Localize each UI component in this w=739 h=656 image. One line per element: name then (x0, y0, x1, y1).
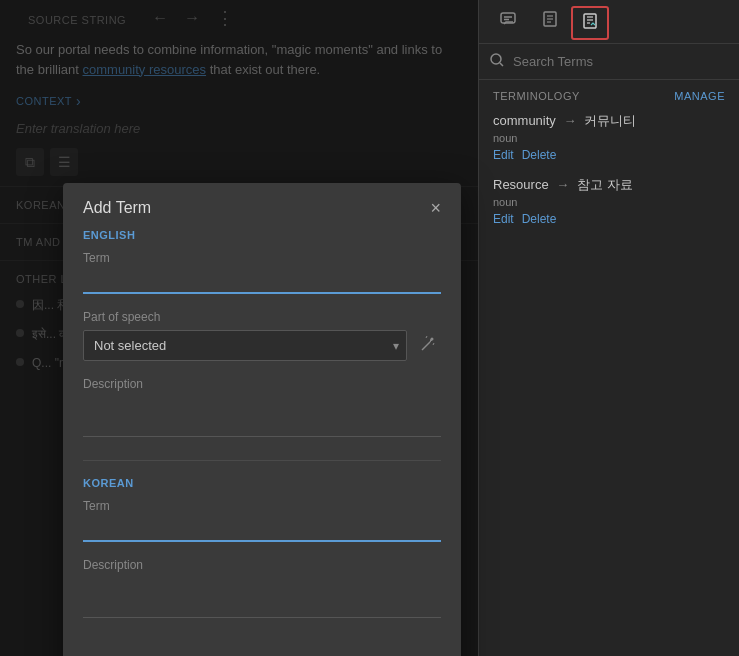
search-icon (489, 52, 505, 68)
modal-title: Add Term (83, 199, 151, 217)
korean-description-label: Description (83, 558, 441, 572)
search-terms-header (479, 44, 739, 80)
term-1-actions: Edit Delete (493, 148, 725, 162)
chat-icon (499, 10, 517, 28)
term-2-translation: Resource → 참고 자료 (493, 176, 725, 194)
pos-row: Not selected Noun Verb Adjective Adverb … (83, 330, 441, 361)
right-panel: TERMINOLOGY MANAGE community → 커뮤니티 noun… (478, 0, 739, 656)
modal-body: English Term Part of speech Not selected… (63, 229, 461, 649)
korean-description-textarea[interactable] (83, 578, 441, 618)
magic-wand-icon (419, 335, 437, 353)
manage-link[interactable]: MANAGE (674, 90, 725, 102)
pos-label: Part of speech (83, 310, 441, 324)
book-icon (541, 10, 559, 28)
terminology-header: TERMINOLOGY MANAGE (493, 90, 725, 102)
term-1-pos: noun (493, 132, 725, 144)
svg-point-11 (491, 54, 501, 64)
description-section: Description (83, 377, 441, 456)
tab-chat[interactable] (487, 0, 529, 44)
tab-book[interactable] (529, 0, 571, 44)
svg-line-15 (433, 343, 434, 345)
description-textarea[interactable] (83, 397, 441, 437)
description-label: Description (83, 377, 441, 391)
svg-line-12 (500, 63, 503, 66)
search-button[interactable] (489, 52, 505, 71)
modal-footer: ADD CANCEL (63, 649, 461, 656)
modal-divider (83, 460, 441, 461)
search-input[interactable] (513, 54, 729, 69)
svg-line-16 (426, 336, 427, 338)
term-item-1: community → 커뮤니티 noun Edit Delete (493, 112, 725, 162)
tab-terminology[interactable] (571, 6, 609, 40)
term-2-target: 참고 자료 (577, 177, 633, 192)
svg-point-14 (431, 337, 434, 340)
korean-section-label: Korean (83, 477, 441, 489)
term-2-edit[interactable]: Edit (493, 212, 514, 226)
term-2-delete[interactable]: Delete (522, 212, 557, 226)
magic-wand-button[interactable] (415, 331, 441, 361)
term-2-actions: Edit Delete (493, 212, 725, 226)
term-1-translation: community → 커뮤니티 (493, 112, 725, 130)
right-tabs (479, 0, 739, 44)
korean-term-label: Term (83, 499, 441, 513)
term-1-source: community (493, 113, 556, 128)
term-input[interactable] (83, 269, 441, 294)
term-field-label: Term (83, 251, 441, 265)
term-1-arrow: → (563, 113, 576, 128)
terminology-label: TERMINOLOGY (493, 90, 580, 102)
term-2-source: Resource (493, 177, 549, 192)
korean-term-field: Term (83, 499, 441, 558)
term-item-2: Resource → 참고 자료 noun Edit Delete (493, 176, 725, 226)
korean-term-input[interactable] (83, 517, 441, 542)
term-2-arrow: → (556, 177, 569, 192)
term-1-edit[interactable]: Edit (493, 148, 514, 162)
term-1-delete[interactable]: Delete (522, 148, 557, 162)
modal-header: Add Term × (63, 183, 461, 229)
english-section-label: English (83, 229, 441, 241)
add-term-modal: Add Term × English Term Part of speech N… (63, 183, 461, 656)
svg-rect-7 (584, 14, 596, 28)
term-1-target: 커뮤니티 (584, 113, 636, 128)
pos-select-wrapper: Not selected Noun Verb Adjective Adverb … (83, 330, 407, 361)
term-2-pos: noun (493, 196, 725, 208)
modal-close-button[interactable]: × (430, 199, 441, 217)
terminology-icon (581, 12, 599, 30)
part-of-speech-section: Part of speech Not selected Noun Verb Ad… (83, 310, 441, 361)
pos-select[interactable]: Not selected Noun Verb Adjective Adverb (83, 330, 407, 361)
svg-line-13 (422, 342, 430, 350)
korean-description-section: Description (83, 558, 441, 637)
terminology-section: TERMINOLOGY MANAGE community → 커뮤니티 noun… (479, 80, 739, 246)
term-field: Term (83, 251, 441, 310)
